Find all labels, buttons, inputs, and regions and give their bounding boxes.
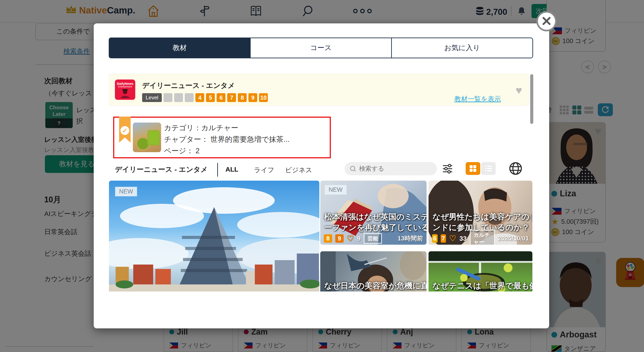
filter-divider — [217, 163, 218, 177]
news-title-line1: なぜ男性たちは美容ケアのトレ — [432, 212, 532, 222]
grid-view-toggle[interactable] — [466, 162, 480, 175]
daily-news-thumbnail: DailyNews Entertainment — [115, 79, 135, 100]
category-tag: カルチャー — [470, 230, 495, 245]
level-badge: 8 — [324, 234, 332, 243]
category-tag: 芸能 — [364, 233, 382, 244]
level-badge-inactive — [174, 93, 183, 102]
level-badge: 9 — [335, 234, 344, 243]
news-cards-grid: NEW NEW 松本清張はなぜ英国のミステリ ーファンを再び魅了しているの 8 … — [109, 181, 534, 292]
daily-news-series-row[interactable]: DailyNews Entertainment デイリーニュース - エンタメ … — [109, 73, 529, 106]
news-title-line1: 松本清張はなぜ英国のミステリ — [324, 212, 426, 222]
language-globe-icon[interactable] — [508, 161, 523, 177]
level-badge: 8 — [238, 93, 247, 102]
filter-sliders-icon[interactable] — [441, 163, 454, 176]
published-time: 13時間前 — [398, 234, 423, 243]
modal-scrollbar-thumb[interactable] — [530, 74, 533, 124]
chapter-category: カテゴリ：カルチャー — [164, 123, 238, 133]
news-card-aomori[interactable]: NEW — [109, 181, 319, 292]
news-card-hair-salon[interactable]: なぜ日本の美容室が危機に直面 — [320, 251, 426, 292]
check-icon: ✓ — [120, 126, 129, 135]
modal-tabbar: 教材 コース お気に入り — [109, 37, 533, 58]
likes-count: 33 — [459, 235, 466, 242]
filter-tab-business[interactable]: ビジネス — [285, 166, 312, 175]
close-icon — [541, 16, 552, 27]
news-title-line1: なぜテニスは「世界で最も健康 — [432, 281, 532, 291]
new-badge: NEW — [325, 185, 346, 195]
chapter-thumbnail-matcha — [133, 123, 161, 152]
news-card-mens-beauty[interactable]: なぜ男性たちは美容ケアのトレ ンドに参加しているのか？ 6 7 ♡ 33 カルチ… — [428, 181, 532, 245]
level-badge: 10 — [259, 93, 268, 102]
level-badge: 5 — [206, 93, 215, 102]
news-title-line2: ーファンを再び魅了しているの — [324, 222, 426, 233]
daily-news-thumb-line1: DailyNews — [115, 82, 135, 85]
level-badge-row: Level 4 5 6 7 8 9 10 — [142, 93, 268, 102]
level-badge: 6 — [216, 93, 226, 102]
aomori-cityscape-image — [109, 181, 319, 292]
news-card-tennis[interactable]: なぜテニスは「世界で最も健康 — [428, 251, 532, 292]
show-material-list-link[interactable]: 教材一覧を表示 — [454, 94, 501, 104]
news-card-matsumoto-seicho[interactable]: NEW 松本清張はなぜ英国のミステリ ーファンを再び魅了しているの 8 9 ♡ … — [320, 181, 426, 245]
new-badge: NEW — [115, 187, 137, 196]
chapter-title: チャプター： 世界的需要急増で抹茶... — [164, 134, 290, 144]
daily-news-title: デイリーニュース - エンタメ — [142, 81, 235, 90]
app-root: 1 NativeCamp. 2,700 次回教材 — [0, 0, 644, 352]
material-select-modal: 教材 コース お気に入り DailyNews Entertainment デイリ… — [94, 23, 549, 328]
news-card-info-bar: 6 7 ♡ 33 カルチャー 2025/10/01 — [428, 232, 532, 245]
news-card-info-bar: 8 9 ♡ 9 芸能 13時間前 — [320, 232, 426, 245]
search-icon — [349, 165, 357, 174]
selected-chapter-box[interactable]: ✓ カテゴリ：カルチャー チャプター： 世界的需要急増で抹茶... ページ： 2 — [113, 117, 331, 158]
tab-favorites[interactable]: お気に入り — [392, 38, 532, 58]
level-badge: 7 — [441, 234, 446, 243]
published-date: 2025/10/01 — [498, 235, 529, 242]
tab-materials[interactable]: 教材 — [110, 38, 250, 58]
series-filter-title: デイリーニュース - エンタメ — [115, 165, 208, 174]
level-badge: 7 — [227, 93, 236, 102]
search-input[interactable] — [359, 163, 432, 174]
likes-count: 9 — [357, 235, 361, 242]
level-label: Level — [142, 93, 162, 102]
filter-tab-life[interactable]: ライフ — [254, 166, 274, 175]
chapter-page: ページ： 2 — [164, 146, 200, 156]
list-view-toggle[interactable] — [481, 162, 496, 175]
modal-close-button[interactable] — [536, 11, 557, 31]
level-badge: 9 — [248, 93, 257, 102]
favorite-heart-icon[interactable]: ♥ — [516, 85, 522, 96]
tab-courses[interactable]: コース — [250, 38, 392, 58]
likes-heart-icon[interactable]: ♡ — [449, 234, 456, 243]
daily-news-thumb-line2: Entertainment — [115, 85, 135, 88]
level-badge-inactive — [185, 93, 194, 102]
level-badge-inactive — [164, 93, 172, 102]
search-box[interactable] — [344, 162, 437, 175]
level-badge: 6 — [432, 234, 438, 243]
level-badge: 4 — [195, 93, 204, 102]
filter-tab-all[interactable]: ALL — [226, 166, 238, 173]
likes-heart-icon[interactable]: ♡ — [347, 234, 354, 243]
news-title-line1: なぜ日本の美容室が危機に直面 — [324, 281, 426, 291]
